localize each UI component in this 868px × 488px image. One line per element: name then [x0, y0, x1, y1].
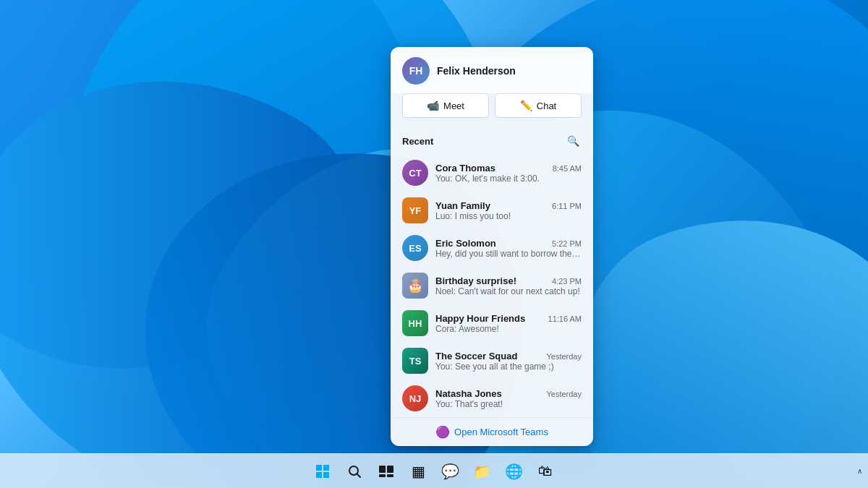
message-time: 4:23 PM	[552, 277, 582, 286]
contact-name: Eric Solomon	[435, 238, 496, 249]
teams-icon: 🟣	[435, 425, 450, 439]
contact-name: Happy Hour Friends	[435, 313, 525, 324]
search-conversations-button[interactable]: 🔍	[564, 132, 582, 150]
widgets-icon[interactable]: ▦	[404, 457, 433, 486]
svg-rect-3	[323, 472, 329, 478]
svg-rect-7	[387, 466, 393, 473]
chat-label: Chat	[537, 100, 556, 111]
contact-name: Natasha Jones	[435, 388, 502, 399]
contact-name: The Soccer Squad	[435, 351, 517, 361]
list-item[interactable]: TS The Soccer Squad Yesterday You: See y…	[391, 342, 593, 380]
svg-rect-8	[379, 474, 386, 477]
list-item[interactable]: ES Eric Solomon 5:22 PM Hey, did you sti…	[391, 229, 593, 267]
message-preview: Noel: Can't wait for our next catch up!	[435, 286, 582, 296]
list-item[interactable]: NJ Natasha Jones Yesterday You: That's g…	[391, 380, 593, 417]
action-buttons: 📹 Meet ✏️ Chat	[391, 93, 593, 127]
svg-rect-0	[316, 465, 322, 471]
message-preview: You: See you all at the game ;)	[435, 361, 582, 372]
taskview-icon[interactable]	[372, 457, 401, 486]
contact-name: Cora Thomas	[435, 163, 495, 174]
teams-chat-taskbar-icon[interactable]: 💬	[435, 457, 464, 486]
open-teams-button[interactable]: 🟣 Open Microsoft Teams	[402, 425, 582, 439]
recent-label: Recent	[402, 136, 433, 147]
taskbar: ▦ 💬 📁 🌐 🛍 ∧	[0, 453, 868, 488]
message-time: 8:45 AM	[553, 164, 582, 173]
avatar: ES	[402, 235, 428, 261]
avatar: YF	[402, 197, 428, 223]
contact-name: Yuan Family	[435, 200, 490, 211]
list-item[interactable]: HH Happy Hour Friends 11:16 AM Cora: Awe…	[391, 304, 593, 342]
avatar: HH	[402, 310, 428, 336]
open-teams-label: Open Microsoft Teams	[454, 427, 548, 437]
avatar: FH	[402, 57, 430, 85]
start-icon[interactable]	[308, 457, 337, 486]
edge-icon[interactable]: 🌐	[499, 457, 528, 486]
conversation-list: CT Cora Thomas 8:45 AM You: OK, let's ma…	[391, 154, 593, 417]
message-time: 6:11 PM	[552, 202, 582, 210]
svg-rect-1	[323, 465, 329, 471]
user-name: Felix Henderson	[437, 65, 516, 77]
recent-header: Recent 🔍	[391, 127, 593, 154]
message-preview: You: That's great!	[435, 399, 582, 409]
list-item[interactable]: CT Cora Thomas 8:45 AM You: OK, let's ma…	[391, 154, 593, 192]
meet-label: Meet	[443, 100, 464, 111]
svg-rect-6	[379, 466, 386, 473]
message-time: 5:22 PM	[552, 239, 582, 248]
chat-panel: FH Felix Henderson 📹 Meet ✏️ Chat Recent…	[391, 47, 593, 446]
panel-header: FH Felix Henderson	[391, 47, 593, 93]
svg-rect-9	[387, 474, 393, 477]
meet-button[interactable]: 📹 Meet	[402, 93, 489, 118]
message-preview: You: OK, let's make it 3:00.	[435, 174, 582, 184]
avatar: 🎂	[402, 273, 428, 299]
avatar: CT	[402, 160, 428, 186]
chat-button[interactable]: ✏️ Chat	[495, 93, 582, 118]
message-time: Yesterday	[546, 352, 582, 361]
file-explorer-icon[interactable]: 📁	[467, 457, 496, 486]
avatar: NJ	[402, 385, 428, 411]
panel-footer: 🟣 Open Microsoft Teams	[391, 417, 593, 446]
video-icon: 📹	[427, 100, 439, 111]
search-taskbar-icon[interactable]	[340, 457, 369, 486]
list-item[interactable]: 🎂 Birthday surprise! 4:23 PM Noel: Can't…	[391, 267, 593, 304]
contact-name: Birthday surprise!	[435, 275, 516, 286]
svg-line-5	[357, 474, 361, 477]
message-preview: Hey, did you still want to borrow the no…	[435, 249, 582, 259]
svg-rect-2	[316, 472, 322, 478]
list-item[interactable]: YF Yuan Family 6:11 PM Luo: I miss you t…	[391, 192, 593, 229]
store-icon[interactable]: 🛍	[531, 457, 560, 486]
taskbar-chevron[interactable]: ∧	[857, 467, 862, 475]
avatar: TS	[402, 348, 428, 374]
message-preview: Luo: I miss you too!	[435, 211, 582, 221]
message-time: 11:16 AM	[548, 314, 582, 323]
message-preview: Cora: Awesome!	[435, 324, 582, 334]
chat-icon: ✏️	[520, 100, 532, 111]
message-time: Yesterday	[546, 390, 582, 398]
